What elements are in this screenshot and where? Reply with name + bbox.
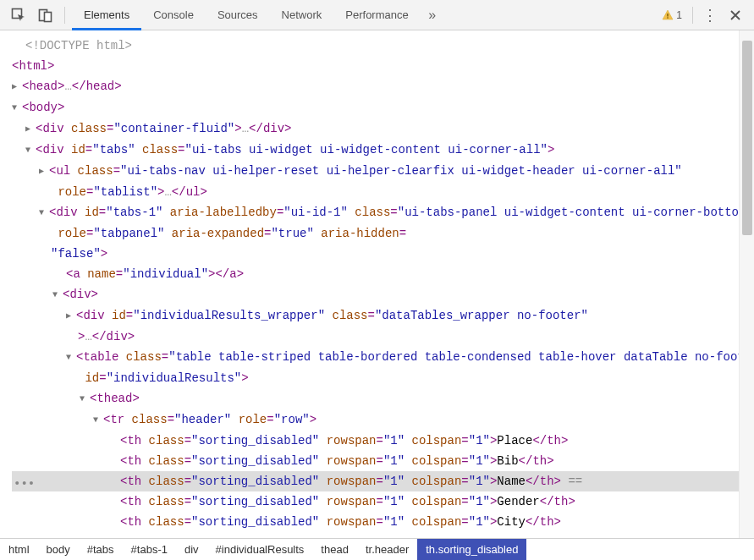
elements-panel: <!DOCTYPE html> <html> ▶<head>…</head> ▼… <box>0 30 754 538</box>
svg-rect-4 <box>668 17 669 18</box>
inspect-element-icon[interactable] <box>7 3 30 27</box>
dom-node[interactable]: <th class="sorting_disabled" rowspan="1"… <box>12 451 739 471</box>
dom-node[interactable]: ▼<div id="tabs" class="ui-tabs ui-widget… <box>12 140 739 161</box>
scrollbar-thumb[interactable] <box>742 41 752 235</box>
breadcrumb-item[interactable]: #tabs <box>79 539 123 560</box>
breadcrumb: html body #tabs #tabs-1 div #individualR… <box>0 538 754 560</box>
tab-sources[interactable]: Sources <box>206 0 270 30</box>
dom-node[interactable]: <html> <box>12 56 739 76</box>
breadcrumb-item[interactable]: #individualResults <box>207 539 313 560</box>
toolbar-divider <box>692 7 693 24</box>
collapse-caret-icon[interactable]: ▼ <box>93 410 103 431</box>
tab-network[interactable]: Network <box>270 0 334 30</box>
expand-caret-icon[interactable]: ▶ <box>39 162 49 182</box>
expand-caret-icon[interactable]: ▶ <box>66 306 76 327</box>
warning-count: 1 <box>676 9 682 21</box>
dom-node[interactable]: ▼<body> <box>12 97 739 118</box>
dom-node[interactable]: <th class="sorting_disabled" rowspan="1"… <box>12 431 739 451</box>
dom-node[interactable]: ▼<div id="tabs-1" aria-labelledby="ui-id… <box>12 202 739 264</box>
collapse-caret-icon[interactable]: ▼ <box>12 98 22 118</box>
breadcrumb-item[interactable]: tr.header <box>357 539 417 560</box>
expand-caret-icon[interactable]: ▶ <box>12 77 22 97</box>
collapse-caret-icon[interactable]: ▼ <box>66 348 76 368</box>
breadcrumb-item[interactable]: body <box>38 539 79 560</box>
dom-node[interactable]: ▼<thead> <box>12 388 739 409</box>
tab-performance[interactable]: Performance <box>333 0 420 30</box>
collapse-caret-icon[interactable]: ▼ <box>25 140 36 161</box>
collapse-caret-icon[interactable]: ▼ <box>80 389 90 409</box>
close-icon[interactable] <box>724 3 747 27</box>
dom-node[interactable]: ▶<div id="individualResults_wrapper" cla… <box>12 305 739 347</box>
dom-node-selected[interactable]: ••• <th class="sorting_disabled" rowspan… <box>12 471 739 491</box>
breadcrumb-item[interactable]: div <box>176 539 207 560</box>
dom-node[interactable]: <!DOCTYPE html> <box>12 36 739 56</box>
dom-node[interactable]: ▶<div class="container-fluid">…</div> <box>12 118 739 140</box>
collapse-caret-icon[interactable]: ▼ <box>39 203 49 223</box>
breadcrumb-item[interactable]: html <box>0 539 38 560</box>
breadcrumb-item[interactable]: thead <box>312 539 357 560</box>
device-toolbar-icon[interactable] <box>34 3 58 27</box>
more-tabs-icon[interactable]: » <box>421 3 444 27</box>
dom-node[interactable]: ▶<ul class="ui-tabs-nav ui-helper-reset … <box>12 161 739 202</box>
dom-node[interactable]: <th class="sorting_disabled" rowspan="1"… <box>12 491 739 512</box>
devtools-toolbar: Elements Console Sources Network Perform… <box>0 0 754 30</box>
expand-caret-icon[interactable]: ▶ <box>25 119 36 140</box>
warning-badge[interactable]: 1 <box>657 9 687 21</box>
dom-tree[interactable]: <!DOCTYPE html> <html> ▶<head>…</head> ▼… <box>0 30 739 538</box>
tab-elements[interactable]: Elements <box>72 0 141 30</box>
dom-node[interactable]: ▼<tr class="header" role="row"> <box>12 409 739 431</box>
devtools-tabs: Elements Console Sources Network Perform… <box>72 0 653 30</box>
dom-node[interactable]: <a name="individual"></a> <box>12 264 739 284</box>
breadcrumb-item[interactable]: #tabs-1 <box>123 539 176 560</box>
collapse-caret-icon[interactable]: ▼ <box>52 285 63 305</box>
dom-node[interactable]: ▶<head>…</head> <box>12 76 739 97</box>
breadcrumb-item-active[interactable]: th.sorting_disabled <box>417 539 526 560</box>
vertical-scrollbar[interactable] <box>739 30 754 538</box>
toolbar-right: 1 ⋮ <box>657 3 747 27</box>
toolbar-divider <box>64 7 65 24</box>
svg-rect-3 <box>668 14 669 17</box>
dom-node[interactable]: ▼<table class="table table-striped table… <box>12 347 739 388</box>
tab-console[interactable]: Console <box>141 0 206 30</box>
gutter-ellipsis-icon: ••• <box>14 474 35 494</box>
svg-rect-2 <box>45 12 52 21</box>
dom-node[interactable]: <th class="sorting_disabled" rowspan="1"… <box>12 512 739 532</box>
settings-menu-icon[interactable]: ⋮ <box>698 3 722 27</box>
warning-icon <box>662 9 674 21</box>
dom-node[interactable]: ▼<div> <box>12 284 739 305</box>
